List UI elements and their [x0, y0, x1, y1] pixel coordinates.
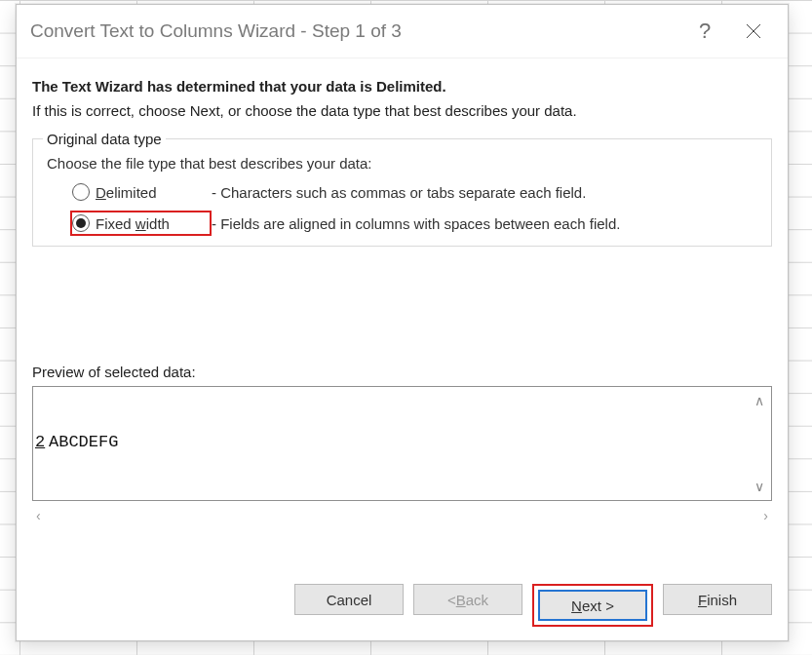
radio-fixed-width-desc: - Fields are aligned in columns with spa… — [212, 215, 761, 232]
wizard-button-bar: Cancel < Back Next > Finish — [32, 584, 772, 627]
next-button-highlight: Next > — [532, 584, 653, 627]
scroll-up-icon: ∧ — [754, 393, 764, 408]
help-button[interactable]: ? — [680, 5, 729, 58]
preview-horizontal-scrollbar[interactable]: ‹ › — [32, 501, 772, 528]
preview-row: 312345 — [35, 496, 744, 500]
radio-delimited[interactable]: Delimited — [70, 179, 212, 205]
finish-button[interactable]: Finish — [663, 584, 772, 615]
preview-row: 2ABCDEFG — [35, 432, 744, 453]
close-icon — [745, 22, 762, 40]
radio-delimited-label: Delimited — [96, 184, 157, 201]
scroll-left-icon: ‹ — [36, 508, 41, 523]
back-button[interactable]: < Back — [413, 584, 522, 615]
scroll-down-icon: ∨ — [754, 479, 764, 494]
intro-line-2: If this is correct, choose Next, or choo… — [32, 102, 772, 119]
radio-fixed-width[interactable]: Fixed width — [70, 211, 212, 236]
title-bar: Convert Text to Columns Wizard - Step 1 … — [17, 5, 788, 58]
radio-icon — [72, 183, 90, 201]
help-icon: ? — [699, 19, 711, 44]
group-legend: Original data type — [43, 131, 166, 147]
intro-line-1: The Text Wizard has determined that your… — [32, 78, 772, 95]
preview-label: Preview of selected data: — [32, 364, 772, 380]
wizard-dialog: Convert Text to Columns Wizard - Step 1 … — [16, 4, 789, 641]
scroll-right-icon: › — [763, 508, 768, 523]
dialog-title: Convert Text to Columns Wizard - Step 1 … — [30, 20, 680, 42]
original-data-type-group: Original data type Choose the file type … — [32, 131, 772, 247]
close-button[interactable] — [729, 5, 778, 58]
preview-box: 2ABCDEFG 312345 4XYZ123 5$%Hello 6112233… — [32, 386, 772, 501]
radio-delimited-desc: - Characters such as commas or tabs sepa… — [212, 184, 761, 201]
preview-content: 2ABCDEFG 312345 4XYZ123 5$%Hello 6112233 — [33, 387, 746, 500]
choose-file-type-prompt: Choose the file type that best describes… — [47, 155, 761, 172]
next-button[interactable]: Next > — [538, 590, 647, 621]
cancel-button[interactable]: Cancel — [294, 584, 404, 615]
radio-fixed-width-label: Fixed width — [96, 215, 170, 232]
preview-vertical-scrollbar[interactable]: ∧ ∨ — [748, 387, 771, 500]
radio-icon — [72, 214, 90, 232]
